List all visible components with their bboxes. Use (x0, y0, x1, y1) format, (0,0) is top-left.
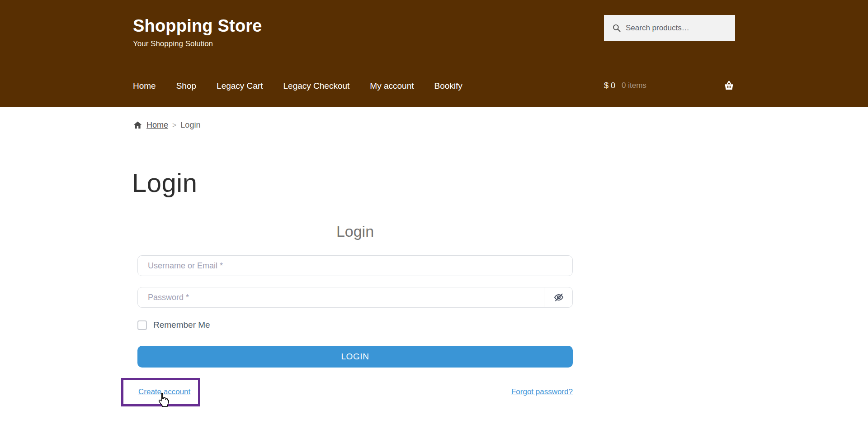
nav-item-my-account[interactable]: My account (370, 81, 414, 91)
site-title[interactable]: Shopping Store (133, 16, 262, 36)
login-page: Shopping Store Your Shopping Solution Ho… (0, 0, 868, 425)
remember-me-checkbox[interactable] (137, 320, 147, 330)
breadcrumb-current: Login (180, 120, 200, 130)
password-field[interactable] (137, 287, 573, 308)
create-account-link[interactable]: Create account (138, 387, 190, 396)
breadcrumb-home-link[interactable]: Home (146, 120, 168, 130)
nav-item-legacy-checkout[interactable]: Legacy Checkout (283, 81, 350, 91)
site-branding: Shopping Store Your Shopping Solution (133, 16, 262, 48)
forgot-password-link[interactable]: Forgot password? (511, 387, 573, 396)
breadcrumb: Home > Login (133, 120, 200, 130)
nav-item-legacy-cart[interactable]: Legacy Cart (217, 81, 263, 91)
password-visibility-toggle[interactable] (544, 287, 573, 308)
home-icon (133, 120, 142, 130)
search-box[interactable] (604, 15, 735, 41)
username-field[interactable] (137, 255, 573, 276)
form-links: Create account Forgot password? (137, 385, 573, 398)
site-tagline: Your Shopping Solution (133, 39, 262, 48)
cart-basket-icon[interactable] (723, 80, 735, 92)
cart-summary[interactable]: $ 0 0 items (604, 78, 735, 93)
cart-amount: $ 0 (604, 81, 615, 91)
site-header: Shopping Store Your Shopping Solution Ho… (0, 0, 868, 107)
nav-item-bookify[interactable]: Bookify (434, 81, 462, 91)
remember-me-row[interactable]: Remember Me (137, 320, 210, 330)
breadcrumb-separator: > (172, 121, 176, 129)
nav-item-shop[interactable]: Shop (176, 81, 196, 91)
login-button[interactable]: LOGIN (137, 346, 573, 368)
search-input[interactable] (626, 24, 725, 33)
remember-me-label: Remember Me (153, 320, 210, 330)
form-title: Login (137, 223, 573, 240)
page-title: Login (132, 167, 197, 198)
password-wrap (137, 287, 573, 308)
eye-slash-icon (553, 292, 564, 303)
cart-item-count: 0 items (622, 81, 646, 90)
main-nav: Home Shop Legacy Cart Legacy Checkout My… (133, 80, 462, 92)
search-icon (612, 24, 621, 33)
nav-item-home[interactable]: Home (133, 81, 156, 91)
